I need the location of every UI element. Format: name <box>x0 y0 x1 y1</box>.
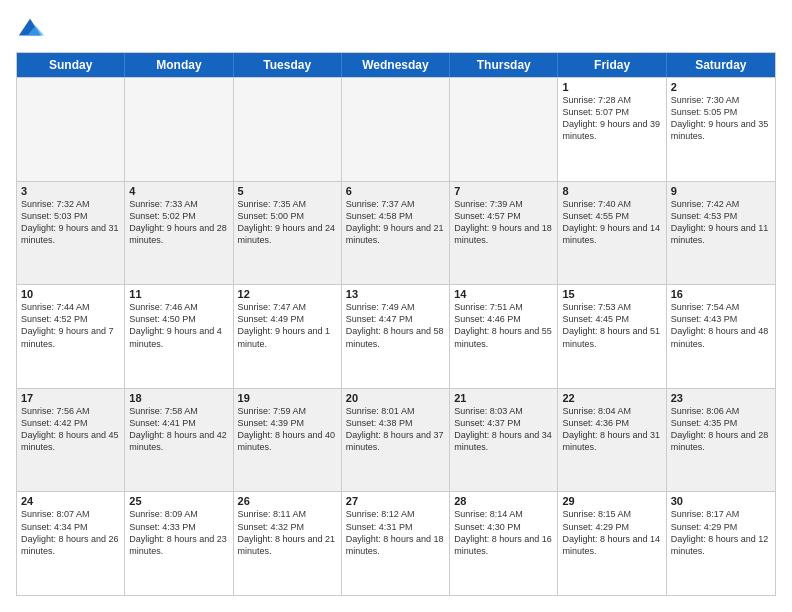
calendar-cell: 20Sunrise: 8:01 AM Sunset: 4:38 PM Dayli… <box>342 389 450 492</box>
day-info: Sunrise: 7:46 AM Sunset: 4:50 PM Dayligh… <box>129 301 228 350</box>
day-number: 23 <box>671 392 771 404</box>
calendar-cell: 2Sunrise: 7:30 AM Sunset: 5:05 PM Daylig… <box>667 78 775 181</box>
day-info: Sunrise: 7:53 AM Sunset: 4:45 PM Dayligh… <box>562 301 661 350</box>
day-number: 12 <box>238 288 337 300</box>
day-info: Sunrise: 7:47 AM Sunset: 4:49 PM Dayligh… <box>238 301 337 350</box>
calendar: SundayMondayTuesdayWednesdayThursdayFrid… <box>16 52 776 596</box>
calendar-cell: 29Sunrise: 8:15 AM Sunset: 4:29 PM Dayli… <box>558 492 666 595</box>
day-number: 22 <box>562 392 661 404</box>
calendar-cell: 10Sunrise: 7:44 AM Sunset: 4:52 PM Dayli… <box>17 285 125 388</box>
calendar-cell: 16Sunrise: 7:54 AM Sunset: 4:43 PM Dayli… <box>667 285 775 388</box>
calendar-cell: 19Sunrise: 7:59 AM Sunset: 4:39 PM Dayli… <box>234 389 342 492</box>
calendar-cell <box>125 78 233 181</box>
day-number: 11 <box>129 288 228 300</box>
calendar-cell: 27Sunrise: 8:12 AM Sunset: 4:31 PM Dayli… <box>342 492 450 595</box>
calendar-cell: 26Sunrise: 8:11 AM Sunset: 4:32 PM Dayli… <box>234 492 342 595</box>
day-info: Sunrise: 7:33 AM Sunset: 5:02 PM Dayligh… <box>129 198 228 247</box>
header-day-friday: Friday <box>558 53 666 77</box>
calendar-cell <box>342 78 450 181</box>
day-number: 28 <box>454 495 553 507</box>
day-number: 10 <box>21 288 120 300</box>
calendar-row-1: 3Sunrise: 7:32 AM Sunset: 5:03 PM Daylig… <box>17 181 775 285</box>
calendar-cell: 28Sunrise: 8:14 AM Sunset: 4:30 PM Dayli… <box>450 492 558 595</box>
calendar-cell: 15Sunrise: 7:53 AM Sunset: 4:45 PM Dayli… <box>558 285 666 388</box>
day-info: Sunrise: 8:03 AM Sunset: 4:37 PM Dayligh… <box>454 405 553 454</box>
day-number: 18 <box>129 392 228 404</box>
calendar-cell: 25Sunrise: 8:09 AM Sunset: 4:33 PM Dayli… <box>125 492 233 595</box>
day-number: 7 <box>454 185 553 197</box>
day-info: Sunrise: 8:11 AM Sunset: 4:32 PM Dayligh… <box>238 508 337 557</box>
calendar-cell: 8Sunrise: 7:40 AM Sunset: 4:55 PM Daylig… <box>558 182 666 285</box>
day-info: Sunrise: 7:59 AM Sunset: 4:39 PM Dayligh… <box>238 405 337 454</box>
header-day-tuesday: Tuesday <box>234 53 342 77</box>
calendar-cell: 5Sunrise: 7:35 AM Sunset: 5:00 PM Daylig… <box>234 182 342 285</box>
calendar-cell: 18Sunrise: 7:58 AM Sunset: 4:41 PM Dayli… <box>125 389 233 492</box>
day-info: Sunrise: 7:37 AM Sunset: 4:58 PM Dayligh… <box>346 198 445 247</box>
header-day-sunday: Sunday <box>17 53 125 77</box>
day-number: 25 <box>129 495 228 507</box>
header-day-monday: Monday <box>125 53 233 77</box>
calendar-row-2: 10Sunrise: 7:44 AM Sunset: 4:52 PM Dayli… <box>17 284 775 388</box>
day-number: 15 <box>562 288 661 300</box>
day-info: Sunrise: 7:49 AM Sunset: 4:47 PM Dayligh… <box>346 301 445 350</box>
header-day-thursday: Thursday <box>450 53 558 77</box>
calendar-row-3: 17Sunrise: 7:56 AM Sunset: 4:42 PM Dayli… <box>17 388 775 492</box>
day-number: 14 <box>454 288 553 300</box>
day-info: Sunrise: 8:14 AM Sunset: 4:30 PM Dayligh… <box>454 508 553 557</box>
day-number: 13 <box>346 288 445 300</box>
day-info: Sunrise: 8:09 AM Sunset: 4:33 PM Dayligh… <box>129 508 228 557</box>
day-number: 17 <box>21 392 120 404</box>
day-info: Sunrise: 7:56 AM Sunset: 4:42 PM Dayligh… <box>21 405 120 454</box>
day-number: 26 <box>238 495 337 507</box>
calendar-header: SundayMondayTuesdayWednesdayThursdayFrid… <box>17 53 775 77</box>
calendar-cell: 6Sunrise: 7:37 AM Sunset: 4:58 PM Daylig… <box>342 182 450 285</box>
calendar-cell: 11Sunrise: 7:46 AM Sunset: 4:50 PM Dayli… <box>125 285 233 388</box>
day-info: Sunrise: 8:12 AM Sunset: 4:31 PM Dayligh… <box>346 508 445 557</box>
calendar-body: 1Sunrise: 7:28 AM Sunset: 5:07 PM Daylig… <box>17 77 775 595</box>
day-number: 16 <box>671 288 771 300</box>
day-number: 3 <box>21 185 120 197</box>
day-number: 20 <box>346 392 445 404</box>
header-day-wednesday: Wednesday <box>342 53 450 77</box>
calendar-cell: 3Sunrise: 7:32 AM Sunset: 5:03 PM Daylig… <box>17 182 125 285</box>
day-number: 1 <box>562 81 661 93</box>
calendar-cell: 24Sunrise: 8:07 AM Sunset: 4:34 PM Dayli… <box>17 492 125 595</box>
calendar-cell: 4Sunrise: 7:33 AM Sunset: 5:02 PM Daylig… <box>125 182 233 285</box>
day-number: 6 <box>346 185 445 197</box>
calendar-cell <box>234 78 342 181</box>
calendar-row-0: 1Sunrise: 7:28 AM Sunset: 5:07 PM Daylig… <box>17 77 775 181</box>
calendar-cell: 30Sunrise: 8:17 AM Sunset: 4:29 PM Dayli… <box>667 492 775 595</box>
day-number: 2 <box>671 81 771 93</box>
day-info: Sunrise: 7:35 AM Sunset: 5:00 PM Dayligh… <box>238 198 337 247</box>
day-info: Sunrise: 7:39 AM Sunset: 4:57 PM Dayligh… <box>454 198 553 247</box>
day-info: Sunrise: 7:32 AM Sunset: 5:03 PM Dayligh… <box>21 198 120 247</box>
calendar-cell: 7Sunrise: 7:39 AM Sunset: 4:57 PM Daylig… <box>450 182 558 285</box>
calendar-row-4: 24Sunrise: 8:07 AM Sunset: 4:34 PM Dayli… <box>17 491 775 595</box>
day-info: Sunrise: 7:42 AM Sunset: 4:53 PM Dayligh… <box>671 198 771 247</box>
day-number: 8 <box>562 185 661 197</box>
calendar-cell: 21Sunrise: 8:03 AM Sunset: 4:37 PM Dayli… <box>450 389 558 492</box>
header <box>16 16 776 44</box>
day-info: Sunrise: 7:44 AM Sunset: 4:52 PM Dayligh… <box>21 301 120 350</box>
day-number: 27 <box>346 495 445 507</box>
day-number: 24 <box>21 495 120 507</box>
day-number: 21 <box>454 392 553 404</box>
calendar-cell <box>450 78 558 181</box>
calendar-cell: 13Sunrise: 7:49 AM Sunset: 4:47 PM Dayli… <box>342 285 450 388</box>
calendar-cell: 1Sunrise: 7:28 AM Sunset: 5:07 PM Daylig… <box>558 78 666 181</box>
calendar-cell: 17Sunrise: 7:56 AM Sunset: 4:42 PM Dayli… <box>17 389 125 492</box>
day-info: Sunrise: 7:54 AM Sunset: 4:43 PM Dayligh… <box>671 301 771 350</box>
logo <box>16 16 48 44</box>
day-info: Sunrise: 7:28 AM Sunset: 5:07 PM Dayligh… <box>562 94 661 143</box>
day-info: Sunrise: 7:40 AM Sunset: 4:55 PM Dayligh… <box>562 198 661 247</box>
day-info: Sunrise: 8:07 AM Sunset: 4:34 PM Dayligh… <box>21 508 120 557</box>
day-number: 19 <box>238 392 337 404</box>
calendar-cell: 12Sunrise: 7:47 AM Sunset: 4:49 PM Dayli… <box>234 285 342 388</box>
header-day-saturday: Saturday <box>667 53 775 77</box>
day-number: 30 <box>671 495 771 507</box>
day-info: Sunrise: 7:58 AM Sunset: 4:41 PM Dayligh… <box>129 405 228 454</box>
day-info: Sunrise: 8:06 AM Sunset: 4:35 PM Dayligh… <box>671 405 771 454</box>
logo-icon <box>16 16 44 44</box>
day-number: 4 <box>129 185 228 197</box>
calendar-cell: 14Sunrise: 7:51 AM Sunset: 4:46 PM Dayli… <box>450 285 558 388</box>
